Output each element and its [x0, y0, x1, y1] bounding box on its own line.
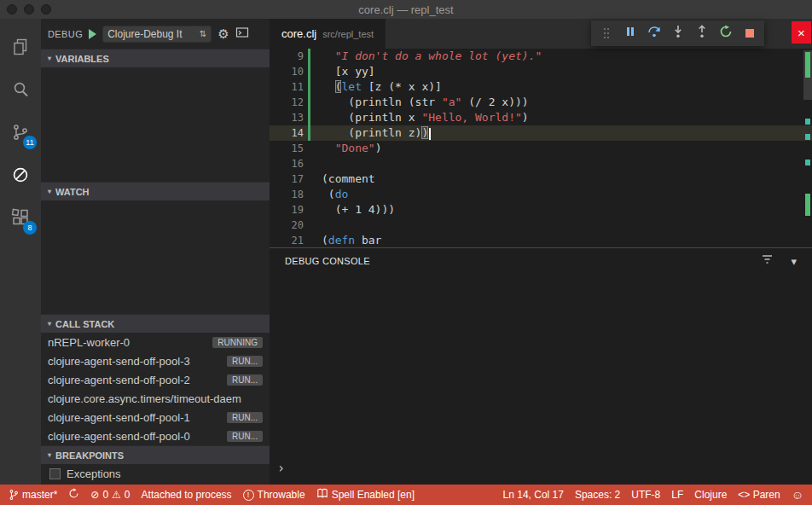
activity-search[interactable] — [0, 68, 41, 111]
start-debug-button[interactable] — [89, 29, 96, 39]
section-call-stack[interactable]: ▾ CALL STACK — [41, 314, 270, 333]
git-gutter-indicator — [308, 64, 310, 79]
code-editor[interactable]: 9 "I don't do a whole lot (yet)."10 [x y… — [270, 49, 812, 247]
smiley-icon: ☺ — [792, 488, 803, 502]
section-variables-label: VARIABLES — [55, 54, 109, 64]
zoom-window-button[interactable] — [41, 4, 51, 15]
git-gutter-indicator — [308, 233, 310, 247]
call-stack-row[interactable]: clojure-agent-send-off-pool-2RUN... — [41, 370, 270, 389]
close-window-button[interactable] — [7, 4, 17, 15]
tab-core-clj[interactable]: core.clj src/repl_test — [270, 19, 386, 49]
console-prompt-chevron[interactable]: › — [277, 461, 285, 476]
step-over-button[interactable] — [643, 23, 664, 44]
panel-title-debug-console[interactable]: DEBUG CONSOLE — [285, 256, 370, 266]
restart-button[interactable] — [715, 23, 736, 44]
code-line[interactable]: 16 — [270, 156, 812, 171]
git-gutter-indicator — [308, 156, 310, 171]
sync-button[interactable] — [68, 488, 79, 502]
throwable-item[interactable]: ! Throwable — [243, 489, 305, 501]
spell-label: Spell Enabled [en] — [332, 489, 415, 501]
breakpoint-exceptions-row[interactable]: Exceptions — [41, 464, 270, 483]
encoding-item[interactable]: UTF-8 — [631, 489, 660, 501]
section-breakpoints[interactable]: ▾ BREAKPOINTS — [41, 445, 270, 464]
scm-changes-badge: 11 — [23, 136, 37, 149]
step-out-button[interactable] — [691, 23, 712, 44]
code-line[interactable]: 14 (println z)) — [270, 125, 812, 141]
code-line[interactable]: 11 (let [z (* x x)] — [270, 79, 812, 95]
code-line[interactable]: 13 (println x "Hello, World!") — [270, 110, 812, 125]
titlebar: core.clj — repl_test — [0, 0, 812, 19]
problems-item[interactable]: ⊘ 0 ⚠ 0 — [90, 489, 130, 501]
indentation-item[interactable]: Spaces: 2 — [575, 489, 620, 501]
step-into-icon — [671, 25, 685, 42]
git-branch-icon — [9, 489, 19, 501]
code-line[interactable]: 15 "Done") — [270, 141, 812, 156]
code-text: (println x "Hello, World!") — [322, 110, 529, 125]
variables-body — [41, 67, 270, 182]
chevron-down-icon: ▾ — [48, 320, 51, 328]
tab-description: src/repl_test — [322, 29, 374, 39]
activity-extensions[interactable]: 8 — [0, 196, 41, 239]
code-line[interactable]: 9 "I don't do a whole lot (yet)." — [270, 49, 812, 64]
code-text: (let [z (* x x)] — [322, 79, 442, 95]
step-into-button[interactable] — [667, 23, 688, 44]
debug-config-name: Clojure-Debug It — [107, 28, 182, 40]
code-text: (do — [322, 187, 348, 202]
thread-name: clojure-agent-send-off-pool-2 — [48, 374, 222, 386]
git-gutter-indicator — [308, 202, 310, 218]
extensions-badge: 8 — [23, 221, 37, 235]
section-variables[interactable]: ▾ VARIABLES — [41, 49, 270, 67]
open-debug-console-button[interactable] — [235, 26, 249, 41]
cursor-position-item[interactable]: Ln 14, Col 17 — [503, 489, 564, 501]
exceptions-checkbox[interactable] — [49, 468, 61, 479]
chevron-down-icon: ▾ — [48, 188, 51, 195]
code-line[interactable]: 19 (+ 1 4))) — [270, 202, 812, 218]
git-branch-item[interactable]: master* — [9, 489, 57, 501]
call-stack-row[interactable]: clojure-agent-send-off-pool-1RUN... — [41, 408, 270, 427]
call-stack-row[interactable]: clojure-agent-send-off-pool-0RUN... — [41, 427, 270, 445]
code-line[interactable]: 12 (println (str "a" (/ 2 x))) — [270, 95, 812, 110]
code-line[interactable]: 10 [x yy] — [270, 64, 812, 79]
eol-item[interactable]: LF — [671, 489, 683, 501]
debug-console-output[interactable] — [270, 274, 812, 485]
activity-explorer[interactable] — [0, 26, 41, 68]
code-line[interactable]: 17(comment — [270, 171, 812, 187]
git-gutter-indicator — [308, 218, 310, 233]
pause-icon — [624, 26, 636, 41]
debug-console-panel: DEBUG CONSOLE ▾ › — [270, 247, 812, 485]
window-title: core.clj — repl_test — [358, 3, 453, 16]
gear-icon[interactable]: ⚙ — [218, 27, 229, 40]
git-gutter-indicator — [308, 171, 310, 187]
language-mode-item[interactable]: Clojure — [694, 489, 727, 501]
code-line[interactable]: 20 — [270, 218, 812, 233]
feedback-smiley-item[interactable]: ☺ — [792, 488, 803, 502]
collapse-panel-chevron-icon[interactable]: ▾ — [791, 255, 797, 268]
minimize-window-button[interactable] — [24, 4, 34, 15]
stop-icon — [745, 29, 754, 38]
overview-ruler-mark — [805, 119, 810, 125]
stop-button[interactable] — [739, 23, 760, 44]
attached-to-process-item[interactable]: Attached to process — [142, 489, 232, 501]
section-watch[interactable]: ▾ WATCH — [41, 182, 270, 200]
line-number: 16 — [270, 156, 304, 171]
git-gutter-indicator — [308, 49, 310, 64]
debug-view-header: DEBUG Clojure-Debug It ⇅ ⚙ — [41, 19, 270, 49]
call-stack-row[interactable]: clojure.core.async.timers/timeout-daem — [41, 389, 270, 408]
filter-icon[interactable] — [761, 253, 774, 269]
debug-config-select[interactable]: Clojure-Debug It ⇅ — [102, 26, 212, 43]
pause-button[interactable] — [619, 23, 641, 44]
call-stack-row[interactable]: nREPL-worker-0RUNNING — [41, 333, 270, 351]
activity-debug[interactable] — [0, 154, 41, 196]
debug-toolbar — [591, 20, 764, 46]
code-line[interactable]: 21(defn bar — [270, 233, 812, 247]
thread-name: clojure.core.async.timers/timeout-daem — [48, 392, 263, 405]
close-icon[interactable]: × — [792, 21, 811, 44]
spell-checker-item[interactable]: Spell Enabled [en] — [316, 488, 415, 502]
call-stack-row[interactable]: clojure-agent-send-off-pool-3RUN... — [41, 351, 270, 370]
toolbar-drag-handle[interactable] — [595, 23, 617, 44]
attached-label: Attached to process — [142, 489, 232, 501]
code-line[interactable]: 18 (do — [270, 187, 812, 202]
language-label: Clojure — [694, 489, 727, 501]
paren-mode-item[interactable]: <> Paren — [738, 489, 780, 501]
activity-source-control[interactable]: 11 — [0, 111, 41, 154]
